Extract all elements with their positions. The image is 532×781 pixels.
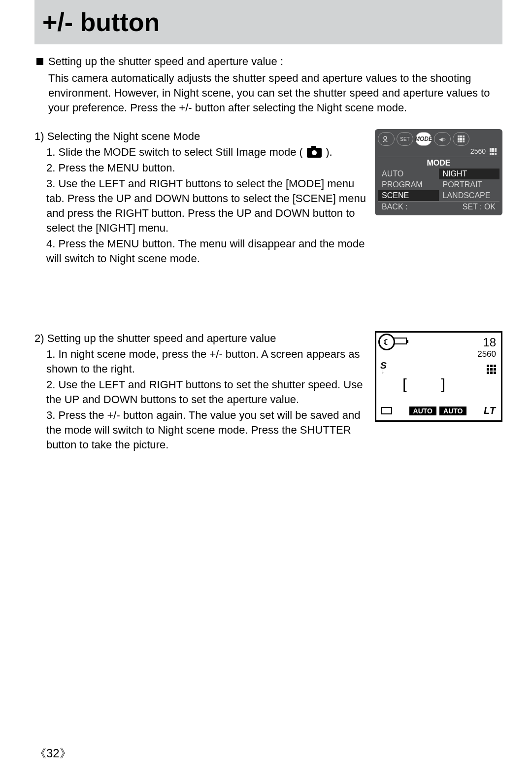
section-2-step-1: 1. In night scene mode, press the +/- bu… bbox=[46, 347, 368, 376]
bracket-right: ] bbox=[439, 376, 477, 393]
menu-tab-grid-icon bbox=[453, 132, 469, 146]
section-2: 2) Setting up the shutter speed and aper… bbox=[34, 331, 502, 453]
aperture-auto-label: AUTO bbox=[439, 407, 466, 415]
intro-heading: Setting up the shutter speed and apertur… bbox=[48, 54, 283, 69]
menu-item-program: PROGRAM bbox=[378, 179, 439, 190]
figure-night-preview: ☾ 18 2560 S [] AUTO AUTO bbox=[375, 331, 502, 422]
menu-tab-face-icon bbox=[378, 132, 395, 146]
night-resolution: 2560 bbox=[477, 349, 496, 359]
bracket-left: [ bbox=[400, 376, 438, 393]
page: +/- button Setting up the shutter speed … bbox=[0, 0, 532, 781]
figure-mode-menu: SET MODE ◀» 2560 MODE AUTO NIGHT bbox=[375, 129, 502, 215]
section-1-text: 1) Selecting the Night scene Mode 1. Sli… bbox=[34, 129, 368, 267]
grid-icon bbox=[490, 148, 497, 155]
section-2-text: 2) Setting up the shutter speed and aper… bbox=[34, 331, 368, 453]
intro-body: This camera automatically adjusts the sh… bbox=[34, 71, 502, 115]
shots-remaining: 18 bbox=[483, 336, 496, 349]
battery-icon bbox=[393, 338, 407, 344]
menu-footer: BACK : SET : OK bbox=[378, 201, 499, 212]
menu-resolution: 2560 bbox=[470, 147, 486, 155]
shutter-auto-label: AUTO bbox=[409, 407, 436, 415]
section-2-step-2: 2. Use the LEFT and RIGHT buttons to set… bbox=[46, 377, 368, 407]
menu-tab-sound-icon: ◀» bbox=[434, 132, 451, 146]
page-number: 《32》 bbox=[34, 746, 71, 761]
title-bar: +/- button bbox=[34, 0, 502, 44]
auto-labels: AUTO AUTO bbox=[409, 407, 467, 415]
night-mode-icon: ☾ bbox=[378, 334, 395, 350]
camera-icon bbox=[307, 148, 322, 158]
section-1-step-2: 2. Press the MENU button. bbox=[46, 161, 368, 175]
menu-item-night: NIGHT bbox=[439, 169, 500, 179]
flash-slow-icon: S bbox=[380, 360, 387, 371]
page-title: +/- button bbox=[42, 7, 160, 37]
menu-tab-mode: MODE bbox=[415, 132, 432, 146]
section-2-step-3: 3. Press the +/- button again. The value… bbox=[46, 408, 368, 452]
section-1: 1) Selecting the Night scene Mode 1. Sli… bbox=[34, 129, 502, 267]
lt-label: LT bbox=[484, 405, 496, 416]
step1-text-a: 1. Slide the MODE switch to select Still… bbox=[46, 146, 303, 158]
section-1-step-1: 1. Slide the MODE switch to select Still… bbox=[46, 145, 368, 160]
menu-body: AUTO NIGHT PROGRAM PORTRAIT SCENE LANDSC… bbox=[378, 169, 499, 201]
focus-brackets: [] bbox=[376, 376, 501, 393]
step1-text-b: ). bbox=[326, 146, 332, 158]
section-1-step-4: 4. Press the MENU button. The menu will … bbox=[46, 237, 368, 266]
grid-icon bbox=[458, 136, 465, 142]
quality-grid-icon bbox=[487, 360, 496, 374]
menu-tab-row: SET MODE ◀» bbox=[378, 132, 499, 146]
menu-header: MODE bbox=[378, 157, 499, 169]
night-bottom-row: AUTO AUTO LT bbox=[376, 405, 501, 416]
menu-back-label: BACK : bbox=[378, 202, 439, 212]
menu-sub-row: 2560 bbox=[378, 146, 499, 157]
camera-menu-screenshot: SET MODE ◀» 2560 MODE AUTO NIGHT bbox=[375, 129, 502, 215]
menu-item-scene: SCENE bbox=[378, 190, 439, 201]
content-area: Setting up the shutter speed and apertur… bbox=[34, 54, 502, 453]
square-bullet-icon bbox=[36, 58, 43, 65]
section-1-title: 1) Selecting the Night scene Mode bbox=[34, 129, 368, 144]
intro-bullet-row: Setting up the shutter speed and apertur… bbox=[34, 54, 502, 69]
night-scene-screenshot: ☾ 18 2560 S [] AUTO AUTO bbox=[375, 331, 502, 422]
menu-item-portrait: PORTRAIT bbox=[439, 179, 500, 190]
svg-point-0 bbox=[384, 136, 387, 139]
section-2-title: 2) Setting up the shutter speed and aper… bbox=[34, 331, 368, 346]
menu-item-auto: AUTO bbox=[378, 169, 439, 179]
menu-item-landscape: LANDSCAPE bbox=[439, 190, 500, 201]
menu-tab-set: SET bbox=[397, 132, 413, 146]
section-1-step-3: 3. Use the LEFT and RIGHT buttons to sel… bbox=[46, 176, 368, 236]
storage-icon bbox=[381, 407, 392, 414]
menu-setok-label: SET : OK bbox=[439, 202, 500, 212]
